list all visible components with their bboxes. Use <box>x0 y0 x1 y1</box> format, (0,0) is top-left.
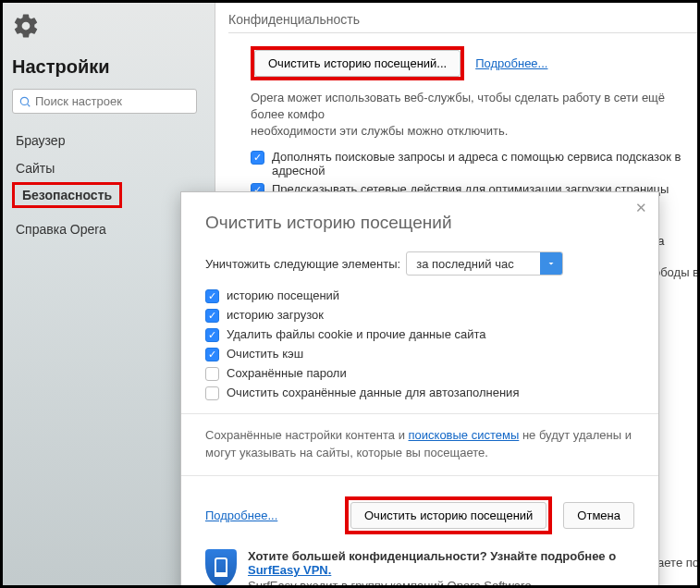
time-range-select[interactable]: за последний час <box>406 251 563 276</box>
checkbox-label: Дополнять поисковые запросы и адреса с п… <box>272 150 697 178</box>
section-privacy-title: Конфиденциальность <box>228 12 697 31</box>
sidebar-item-browser[interactable]: Браузер <box>12 127 203 154</box>
checkbox-icon <box>251 151 264 165</box>
sidebar-item-sites[interactable]: Сайты <box>12 154 203 182</box>
divider <box>228 32 697 33</box>
page-title: Настройки <box>12 56 203 78</box>
checkbox-label: Очистить кэш <box>227 347 303 361</box>
chevron-down-icon <box>540 251 562 276</box>
item-cookies[interactable]: Удалить файлы cookie и прочие данные сай… <box>205 327 634 342</box>
close-icon[interactable]: ✕ <box>632 200 649 216</box>
search-input-wrap[interactable] <box>12 89 197 114</box>
clear-history-button[interactable]: Очистить историю посещений... <box>254 50 461 77</box>
dialog-title: Очистить историю посещений <box>205 213 634 233</box>
range-label: Уничтожить следующие элементы: <box>205 257 400 271</box>
cropped-text: ободы в <box>654 265 699 279</box>
item-downloads[interactable]: историю загрузок <box>205 308 634 323</box>
opt-suggestions[interactable]: Дополнять поисковые запросы и адреса с п… <box>251 150 697 178</box>
svg-line-1 <box>28 104 31 106</box>
shield-icon <box>205 549 237 586</box>
confirm-highlight: Очистить историю посещений <box>345 496 552 534</box>
dialog-learn-more-link[interactable]: Подробнее... <box>205 508 277 522</box>
checkbox-label: историю посещений <box>227 288 339 302</box>
item-history[interactable]: историю посещений <box>205 288 634 303</box>
vpn-promo: Хотите большей конфиденциальности? Узнай… <box>205 549 634 588</box>
search-engines-link[interactable]: поисковые системы <box>409 428 520 442</box>
checkbox-label: Сохранённые пароли <box>227 366 347 380</box>
checkbox-icon <box>205 348 219 361</box>
item-autofill[interactable]: Очистить сохранённые данные для автозапо… <box>205 386 634 400</box>
checkbox-icon <box>205 289 219 303</box>
checkbox-icon <box>205 328 219 342</box>
time-range-value: за последний час <box>416 257 540 271</box>
checkbox-label: историю загрузок <box>227 308 324 322</box>
privacy-description: Opera может использовать веб-службы, что… <box>251 90 697 141</box>
gear-icon <box>12 12 40 40</box>
sidebar-item-security[interactable]: Безопасность <box>12 182 203 208</box>
search-input[interactable] <box>35 92 190 110</box>
promo-title: Хотите большей конфиденциальности? Узнай… <box>248 549 616 563</box>
confirm-clear-button[interactable]: Очистить историю посещений <box>350 502 546 529</box>
promo-subtitle: SurfEasy входит в группу компаний Opera … <box>248 579 634 588</box>
divider <box>181 475 658 476</box>
content-settings-note: Сохранённые настройки контента и поисков… <box>205 427 634 462</box>
checkbox-label: Очистить сохранённые данные для автозапо… <box>227 386 519 399</box>
search-icon <box>18 95 31 108</box>
divider <box>181 413 658 414</box>
item-passwords[interactable]: Сохранённые пароли <box>205 366 634 381</box>
checkbox-icon <box>205 309 219 323</box>
svg-point-0 <box>20 97 28 104</box>
checkbox-icon <box>205 367 219 381</box>
clear-history-dialog: ✕ Очистить историю посещений Уничтожить … <box>180 191 659 588</box>
sidebar-item-help[interactable]: Справка Opera <box>12 215 203 243</box>
item-cache[interactable]: Очистить кэш <box>205 347 634 361</box>
checkbox-label: Удалить файлы cookie и прочие данные сай… <box>227 327 486 341</box>
surfeasy-vpn-link[interactable]: SurfEasy VPN. <box>248 563 331 577</box>
cancel-button[interactable]: Отмена <box>563 502 634 529</box>
learn-more-link[interactable]: Подробнее... <box>475 56 547 70</box>
clear-history-highlight: Очистить историю посещений... <box>251 46 464 80</box>
sidebar-item-security-label: Безопасность <box>12 182 122 208</box>
note-before: Сохранённые настройки контента и <box>205 428 409 442</box>
checkbox-icon <box>205 386 219 400</box>
